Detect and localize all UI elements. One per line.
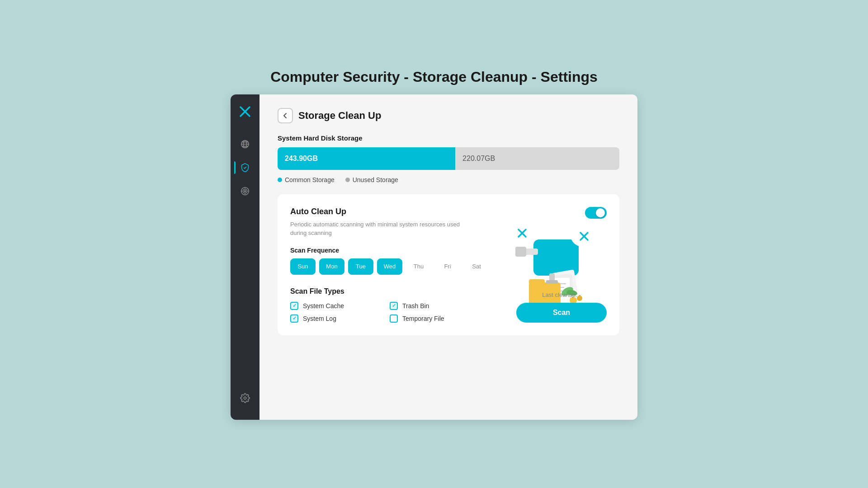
back-button[interactable] — [278, 108, 293, 123]
storage-legend: Common Storage Unused Storage — [278, 176, 619, 183]
header: Storage Clean Up — [278, 108, 619, 123]
page-title: Computer Security - Storage Cleanup - Se… — [270, 69, 598, 85]
app-container: Storage Clean Up System Hard Disk Storag… — [231, 94, 637, 420]
day-btn-thu[interactable]: Thu — [406, 258, 431, 275]
day-btn-mon[interactable]: Mon — [319, 258, 344, 275]
day-btn-wed[interactable]: Wed — [377, 258, 402, 275]
day-btn-fri[interactable]: Fri — [435, 258, 460, 275]
sidebar-item-settings[interactable] — [234, 387, 256, 409]
file-type-item-3[interactable]: Temporary File — [390, 314, 480, 323]
storage-section-label: System Hard Disk Storage — [278, 134, 619, 142]
file-type-item-0[interactable]: System Cache — [290, 302, 381, 310]
svg-rect-33 — [529, 279, 545, 285]
legend-common: Common Storage — [278, 176, 335, 183]
svg-rect-16 — [524, 249, 538, 255]
svg-point-9 — [245, 190, 246, 192]
legend-unused-dot — [345, 178, 350, 182]
sidebar-item-shield[interactable] — [234, 157, 256, 178]
checkbox-1[interactable] — [390, 302, 398, 310]
file-types-grid: System CacheTrash BinSystem LogTemporary… — [290, 302, 480, 323]
day-btn-tue[interactable]: Tue — [348, 258, 373, 275]
sidebar — [231, 94, 259, 420]
file-type-item-1[interactable]: Trash Bin — [390, 302, 480, 310]
checkbox-2[interactable] — [290, 314, 298, 323]
svg-rect-39 — [546, 280, 558, 284]
auto-cleanup-card: Auto Clean Up Periodic automatic scannin… — [278, 194, 619, 335]
sidebar-item-globe[interactable] — [234, 133, 256, 155]
page-header-title: Storage Clean Up — [298, 110, 381, 122]
storage-used: 243.90GB — [278, 147, 455, 170]
file-type-item-2[interactable]: System Log — [290, 314, 381, 323]
svg-point-14 — [244, 397, 246, 399]
main-content: Storage Clean Up System Hard Disk Storag… — [259, 94, 637, 420]
sidebar-logo[interactable] — [237, 103, 253, 120]
storage-free: 220.07GB — [455, 147, 619, 170]
last-cleanup-text: Last cleanup: - — [542, 291, 580, 298]
svg-rect-17 — [515, 247, 526, 257]
svg-point-19 — [516, 219, 525, 231]
legend-common-dot — [278, 178, 282, 182]
bottom-right: Last cleanup: - Scan — [516, 291, 607, 323]
day-btn-sun[interactable]: Sun — [290, 258, 316, 275]
day-btn-sat[interactable]: Sat — [464, 258, 489, 275]
checkbox-0[interactable] — [290, 302, 298, 310]
storage-bar: 243.90GB 220.07GB — [278, 147, 619, 170]
legend-unused: Unused Storage — [345, 176, 398, 183]
scan-button[interactable]: Scan — [516, 303, 607, 323]
sidebar-item-target[interactable] — [234, 180, 256, 202]
auto-cleanup-desc: Periodic automatic scanning with minimal… — [290, 220, 462, 238]
checkbox-3[interactable] — [390, 314, 398, 323]
